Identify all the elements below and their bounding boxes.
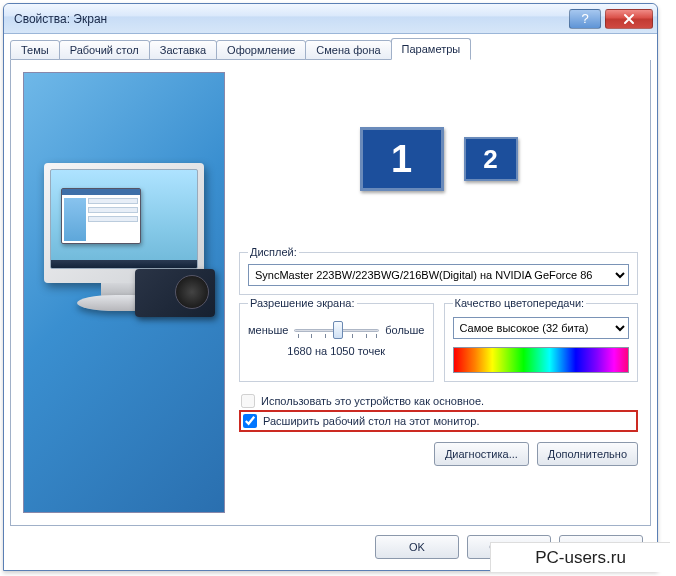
tabstrip: Темы Рабочий стол Заставка Оформление См…	[4, 34, 657, 60]
monitor-2[interactable]: 2	[464, 137, 518, 181]
quality-legend: Качество цветопередачи:	[453, 297, 587, 309]
dialog-window: Свойства: Экран ? Темы Рабочий стол Заст…	[3, 3, 658, 571]
extend-desktop-checkbox[interactable]	[243, 414, 257, 428]
window-title: Свойства: Экран	[14, 12, 565, 26]
extend-desktop-label: Расширить рабочий стол на этот монитор.	[263, 415, 480, 427]
settings-pane: 1 2 Дисплей: SyncMaster 223BW/223BWG/216…	[239, 72, 638, 513]
checkbox-section: Использовать это устройство как основное…	[239, 392, 638, 432]
titlebar: Свойства: Экран ?	[4, 4, 657, 34]
monitor-1[interactable]: 1	[360, 127, 444, 191]
use-as-primary-checkbox[interactable]	[241, 394, 255, 408]
close-button[interactable]	[605, 9, 653, 29]
preview-pane	[23, 72, 225, 513]
tab-background[interactable]: Смена фона	[305, 40, 391, 60]
resolution-value: 1680 на 1050 точек	[248, 345, 425, 357]
tab-desktop[interactable]: Рабочий стол	[59, 40, 150, 60]
resolution-less-label: меньше	[248, 324, 288, 336]
tab-settings[interactable]: Параметры	[391, 38, 472, 60]
resolution-more-label: больше	[385, 324, 424, 336]
ok-button[interactable]: OK	[375, 535, 459, 559]
monitor-illustration	[39, 163, 209, 343]
advanced-button[interactable]: Дополнительно	[537, 442, 638, 466]
display-select[interactable]: SyncMaster 223BW/223BWG/216BW(Digital) н…	[248, 264, 629, 286]
resolution-legend: Разрешение экрана:	[248, 297, 357, 309]
extend-desktop-row[interactable]: Расширить рабочий стол на этот монитор.	[239, 410, 638, 432]
diagnostics-button[interactable]: Диагностика...	[434, 442, 529, 466]
close-icon	[623, 13, 635, 25]
watermark: PC-users.ru	[490, 542, 670, 572]
monitor-arrangement[interactable]: 1 2	[239, 72, 638, 246]
display-label: Дисплей:	[248, 246, 299, 258]
display-group: Дисплей: SyncMaster 223BW/223BWG/216BW(D…	[239, 246, 638, 295]
color-quality-select[interactable]: Самое высокое (32 бита)	[453, 317, 630, 339]
resolution-slider[interactable]	[294, 319, 379, 341]
color-quality-group: Качество цветопередачи: Самое высокое (3…	[444, 297, 639, 382]
resolution-group: Разрешение экрана: меньше	[239, 297, 434, 382]
tab-themes[interactable]: Темы	[10, 40, 60, 60]
color-spectrum	[453, 347, 630, 373]
help-button[interactable]: ?	[569, 9, 601, 29]
tab-content: 1 2 Дисплей: SyncMaster 223BW/223BWG/216…	[10, 60, 651, 526]
gpu-card-icon	[135, 269, 215, 317]
use-as-primary-label: Использовать это устройство как основное…	[261, 395, 484, 407]
tab-screensaver[interactable]: Заставка	[149, 40, 217, 60]
tab-appearance[interactable]: Оформление	[216, 40, 306, 60]
use-as-primary-row[interactable]: Использовать это устройство как основное…	[239, 392, 638, 410]
